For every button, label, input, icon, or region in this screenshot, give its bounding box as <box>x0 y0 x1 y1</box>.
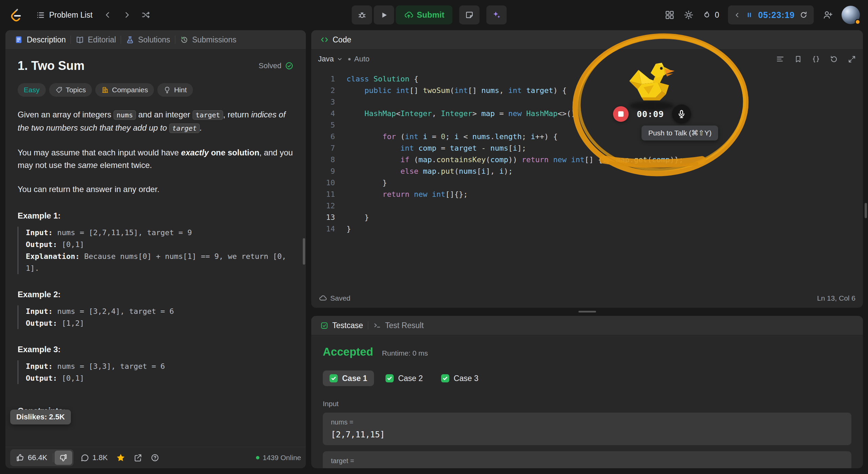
fullscreen-icon[interactable] <box>848 55 856 63</box>
notes-button[interactable] <box>459 5 480 24</box>
layout-grid-icon[interactable] <box>665 10 675 20</box>
case-tab[interactable]: Case 1 <box>323 371 374 386</box>
timer-reset-icon[interactable] <box>800 11 808 19</box>
voice-recorder-widget: 00:09 <box>613 105 691 124</box>
companies-chip[interactable]: Companies <box>95 83 154 97</box>
invite-user-icon[interactable] <box>823 10 833 20</box>
code-line[interactable]: } <box>347 177 684 189</box>
leetcode-app: Problem List Submit <box>0 0 868 474</box>
stop-icon <box>618 111 624 117</box>
format-code-icon[interactable] <box>776 55 785 63</box>
line-number: 13 <box>311 212 335 223</box>
vote-divider <box>53 453 53 462</box>
dislike-button[interactable] <box>55 451 72 465</box>
panel-resize-handle[interactable] <box>578 311 596 312</box>
topics-chip[interactable]: Topics <box>49 83 92 97</box>
checkbox-icon <box>320 321 329 330</box>
tab-test-result[interactable]: Test Result <box>369 316 428 335</box>
run-button[interactable] <box>374 5 394 24</box>
push-to-talk-tooltip: Push to Talk (⌘⇧Y) <box>642 126 718 140</box>
example-block: Input: nums = [2,7,11,15], target = 9Out… <box>18 227 294 274</box>
case-tab[interactable]: Case 2 <box>379 371 430 386</box>
case-label: Case 2 <box>398 374 423 383</box>
settings-gear-icon[interactable] <box>684 10 694 20</box>
help-button[interactable] <box>149 453 161 462</box>
companies-label: Companies <box>112 86 148 94</box>
favorite-button[interactable] <box>115 453 127 462</box>
timer-value: 05:23:19 <box>758 10 795 20</box>
code-line[interactable]: } <box>347 223 684 235</box>
line-number: 5 <box>311 119 335 131</box>
code-editor[interactable]: 1234567891011121314 class Solution { pub… <box>311 69 863 288</box>
reset-code-icon[interactable] <box>830 55 838 63</box>
editorial-book-icon <box>76 36 84 44</box>
description-panel-tabs: Description Editorial Solutions Submissi… <box>5 30 306 50</box>
case-tab[interactable]: Case 3 <box>434 371 485 386</box>
description-footer: 66.4K 1.8K 1439 Online <box>5 447 306 468</box>
tab-code[interactable]: Code <box>316 30 355 50</box>
code-line[interactable]: return new int[]{}; <box>347 189 684 200</box>
timer-collapse-icon[interactable] <box>734 12 741 18</box>
like-button[interactable]: 66.4K <box>10 453 53 462</box>
tab-submissions[interactable]: Submissions <box>176 30 240 50</box>
streak-counter[interactable]: 0 <box>703 11 719 20</box>
debug-button[interactable] <box>352 5 372 24</box>
description-panel: Description Editorial Solutions Submissi… <box>5 30 306 468</box>
vote-pill: 66.4K <box>10 449 74 466</box>
editor-statusbar: Saved Ln 13, Col 6 <box>311 288 863 308</box>
online-count: 1439 Online <box>263 454 301 462</box>
code-brackets-icon <box>320 35 329 44</box>
tab-description[interactable]: Description <box>10 30 70 50</box>
chevron-down-icon <box>337 56 343 62</box>
streak-count: 0 <box>715 11 719 20</box>
auto-label: Auto <box>354 55 369 63</box>
case-passed-icon <box>386 374 394 382</box>
solved-status[interactable]: Solved <box>259 61 294 70</box>
description-scrollbar[interactable] <box>303 238 305 265</box>
window-scrollbar[interactable] <box>865 203 867 218</box>
comments-button[interactable]: 1.8K <box>79 453 109 462</box>
avatar[interactable] <box>842 6 860 24</box>
stop-recording-button[interactable] <box>613 106 629 122</box>
session-timer[interactable]: 05:23:19 <box>728 5 814 24</box>
flame-icon <box>703 11 712 20</box>
bookmark-icon[interactable] <box>794 55 802 63</box>
tab-testcase[interactable]: Testcase <box>316 316 367 335</box>
code-line[interactable]: } <box>347 212 684 223</box>
ai-assistant-button[interactable] <box>487 5 507 24</box>
share-button[interactable] <box>132 453 144 462</box>
difficulty-badge[interactable]: Easy <box>18 83 46 97</box>
runtime-label: Runtime: 0 ms <box>382 349 428 357</box>
code-line[interactable]: int comp = target - nums[i]; <box>347 143 684 154</box>
microphone-button[interactable] <box>672 105 691 124</box>
testcase-field[interactable]: target = <box>323 451 851 468</box>
tab-editorial[interactable]: Editorial <box>72 30 120 50</box>
code-line[interactable]: else map.put(nums[i], i); <box>347 166 684 177</box>
auto-toggle[interactable]: Auto <box>348 55 369 63</box>
leetcode-logo[interactable] <box>8 7 24 23</box>
line-number: 7 <box>311 143 335 154</box>
next-problem-button[interactable] <box>118 6 135 23</box>
code-line[interactable] <box>347 200 684 212</box>
solutions-flask-icon <box>126 36 134 44</box>
problem-list-button[interactable]: Problem List <box>31 5 97 24</box>
play-icon <box>380 11 388 19</box>
rubber-duck-mascot <box>626 60 677 105</box>
pause-icon[interactable] <box>745 11 753 19</box>
saved-label: Saved <box>330 294 351 302</box>
bug-icon <box>357 11 367 20</box>
auto-dot <box>348 58 351 60</box>
thumbs-down-icon <box>59 453 68 462</box>
random-problem-button[interactable] <box>137 6 154 23</box>
language-value: Java <box>318 55 334 63</box>
prev-problem-button[interactable] <box>99 6 116 23</box>
language-selector[interactable]: Java <box>318 55 343 63</box>
testcase-field[interactable]: nums =[2,7,11,15] <box>323 413 851 445</box>
snippets-braces-icon[interactable] <box>812 55 820 63</box>
code-line[interactable]: for (int i = 0; i < nums.length; i++) { <box>347 131 684 143</box>
hint-chip[interactable]: Hint <box>157 83 193 97</box>
tab-solutions[interactable]: Solutions <box>122 30 174 50</box>
submit-button[interactable]: Submit <box>396 5 452 24</box>
chevron-left-icon <box>104 11 112 19</box>
code-line[interactable]: if (map.containsKey(comp)) return new in… <box>347 154 684 166</box>
